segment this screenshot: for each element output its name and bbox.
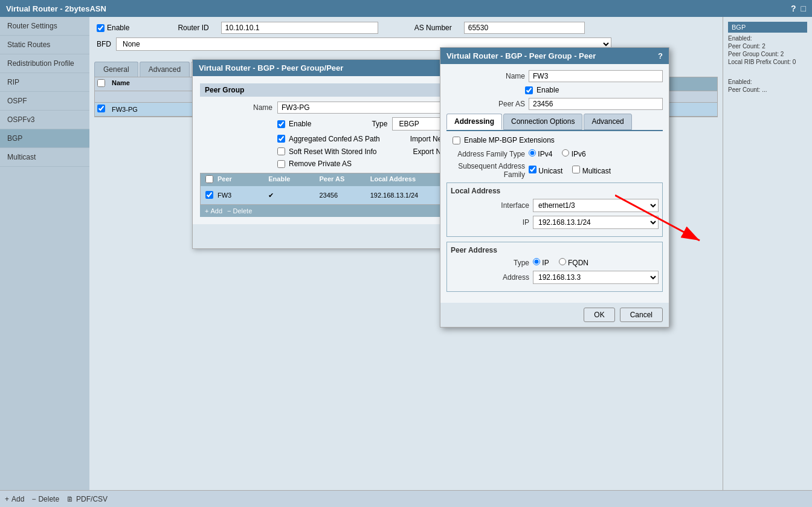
pg-soft-reset-input[interactable] [277,147,285,155]
sidebar-item-rip[interactable]: RIP [0,73,89,92]
inner-delete-button[interactable]: − Delete [227,207,252,215]
multicast-label[interactable]: Multicast [572,166,611,175]
mp-bgp-row: Enable MP-BGP Extensions [453,136,663,144]
peer-type-fqdn-label[interactable]: FQDN [559,258,588,267]
enable-checkbox[interactable] [97,24,105,32]
af-ipv4-label[interactable]: IPv4 [529,149,552,158]
right-panel-rib-prefix: Local RIB Prefix Count: 0 [728,59,807,65]
inner-col-peer: Peer [213,173,263,186]
pg-enable-checkbox-row: Enable [277,117,311,131]
pg-enable-label: Enable [289,120,311,128]
delete-icon: − [227,207,231,215]
dialog-peer-cancel-button[interactable]: Cancel [620,308,663,322]
pg-name-label: Name [200,103,272,112]
peer-tab-addressing[interactable]: Addressing [446,114,502,130]
top-bar-icons: ? □ [791,4,806,13]
saf-label: Subsequent Address Family [446,162,525,179]
interface-select[interactable]: ethernet1/3 [533,199,659,212]
af-type-label: Address Family Type [446,150,525,158]
sidebar-item-bgp[interactable]: BGP [0,129,89,148]
sidebar-item-static-routes[interactable]: Static Routes [0,36,89,54]
bfd-label: BFD [97,40,111,48]
multicast-checkbox[interactable] [572,166,580,173]
right-panel-enabled: Enabled: [728,35,807,42]
help-icon[interactable]: ? [791,4,796,13]
peer-address-row: Address 192.168.13.3 [451,271,659,284]
app-title: Virtual Router - 2bytesASN [6,4,106,13]
peer-enable-checkbox[interactable] [525,86,533,94]
inner-peer-as: 23456 [314,190,365,201]
peer-tab-connection[interactable]: Connection Options [503,114,582,130]
as-number-input[interactable] [464,22,585,34]
local-address-title: Local Address [451,187,659,195]
pg-enable-checkbox[interactable] [277,120,285,128]
af-ipv6-label[interactable]: IPv6 [562,149,585,158]
peer-name-row: Name [446,70,663,82]
peer-as-input[interactable] [529,98,663,110]
router-id-input[interactable] [221,22,378,34]
interface-row: Interface ethernet1/3 [451,199,659,212]
sidebar-item-redistribution-profile[interactable]: Redistribution Profile [0,54,89,73]
peer-as-row: Peer AS [446,98,663,110]
tab-general[interactable]: General [94,62,138,77]
saf-row: Subsequent Address Family Unicast Multic… [446,162,663,179]
peer-address-label: Address [451,273,529,282]
peer-name-label: Name [446,72,525,80]
peer-name-input[interactable] [529,70,663,82]
minimize-icon[interactable]: □ [801,4,806,13]
peer-tab-advanced[interactable]: Advanced [584,114,631,130]
router-row-main: Enable Router ID AS Number [97,22,715,34]
inner-col-peer-as: Peer AS [314,173,365,186]
add-icon: + [205,207,208,215]
peer-enable-row: Enable [525,86,663,94]
bottom-add-button[interactable]: + Add [5,495,24,503]
interface-label: Interface [451,201,529,210]
sidebar-item-ospf[interactable]: OSPF [0,92,89,111]
pg-remove-private-input[interactable] [277,160,285,168]
af-ipv4-radio[interactable] [529,149,536,157]
pg-aggregated-input[interactable] [277,135,285,143]
peer-address-section: Peer Address Type IP FQDN Address 192.16… [446,242,663,292]
inner-local-address: 192.168.13.1/24 [366,190,437,201]
peer-group-name: FW3-PG [107,104,204,115]
unicast-label[interactable]: Unicast [529,166,562,175]
bottom-delete-label: Delete [38,495,59,503]
router-id-label: Router ID [178,24,208,32]
peer-type-ip-radio[interactable] [533,258,540,265]
peer-group-row-checkbox[interactable] [97,105,105,112]
right-panel-peer-count: Peer Count: 2 [728,43,807,50]
af-ipv6-radio[interactable] [562,149,569,157]
col-name-header: Name [107,77,204,91]
right-panel-enabled2: Enabled: [728,79,807,85]
sidebar-item-multicast[interactable]: Multicast [0,148,89,167]
dialog-peer-help-icon[interactable]: ? [658,51,663,60]
dialog-peer-ok-button[interactable]: OK [584,308,614,322]
bottom-pdf-icon: 🗎 [66,495,74,503]
peer-address-select[interactable]: 192.168.13.3 [533,271,659,284]
inner-col-enable: Enable [263,173,314,186]
right-panel: BGP Enabled: Peer Count: 2 Peer Group Co… [723,17,812,507]
af-type-row: Address Family Type IPv4 IPv6 [446,149,663,158]
inner-peer-name: FW3 [213,190,263,201]
unicast-checkbox[interactable] [529,166,536,173]
pg-soft-reset-checkbox: Soft Reset With Stored Info [277,147,376,156]
peer-type-row: Type IP FQDN [451,258,659,267]
peer-type-ip-label[interactable]: IP [533,258,549,267]
sidebar-item-ospfv3[interactable]: OSPFv3 [0,111,89,129]
inner-add-button[interactable]: + Add [205,207,222,215]
bottom-delete-button[interactable]: − Delete [31,495,59,503]
tab-advanced[interactable]: Advanced [140,62,190,77]
sidebar-item-router-settings[interactable]: Router Settings [0,17,89,36]
main-content: Enable Router ID AS Number BFD None Gene… [89,17,723,490]
bottom-pdf-button[interactable]: 🗎 PDF/CSV [66,495,108,503]
bottom-pdf-label: PDF/CSV [76,495,108,503]
peer-as-label: Peer AS [446,100,525,108]
right-panel-peer-count2: Peer Count: ... [728,86,807,93]
peer-group-select-all[interactable] [97,79,105,87]
pg-aggregated-label: Aggregated Confed AS Path [289,135,380,143]
mp-bgp-checkbox[interactable] [453,137,460,144]
sidebar: Router Settings Static Routes Redistribu… [0,17,89,507]
peer-enable-label: Enable [536,86,559,94]
peer-type-fqdn-radio[interactable] [559,258,566,265]
ip-select[interactable]: 192.168.13.1/24 [533,216,659,229]
